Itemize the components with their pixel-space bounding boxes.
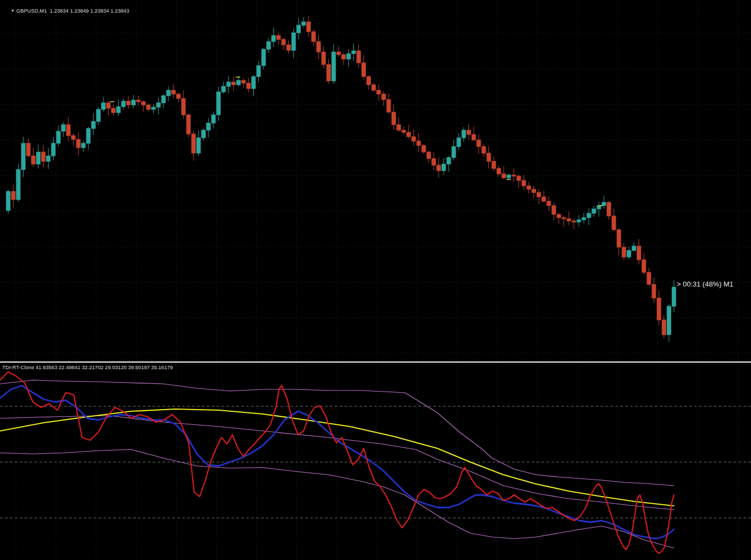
- price-chart-panel[interactable]: ▼GBPUSD,M1 1.23834 1.23849 1.23834 1.238…: [0, 0, 751, 361]
- tdi-indicator-canvas[interactable]: [0, 363, 751, 560]
- mt4-chart-window: ▼GBPUSD,M1 1.23834 1.23849 1.23834 1.238…: [0, 0, 751, 560]
- tdi-indicator-label: TDI-RT-Clone 41.93563 22.49841 32.21702 …: [2, 364, 173, 370]
- candle-countdown-label: > 00:31 (48%) M1: [677, 280, 733, 288]
- tdi-indicator-panel[interactable]: TDI-RT-Clone 41.93563 22.49841 32.21702 …: [0, 363, 751, 560]
- chart-ohlc-text: GBPUSD,M1 1.23834 1.23849 1.23834 1.2384…: [16, 8, 130, 14]
- chart-dropdown-arrow-icon[interactable]: ▼: [11, 9, 15, 13]
- chart-ohlc-label: ▼GBPUSD,M1 1.23834 1.23849 1.23834 1.238…: [2, 2, 129, 20]
- price-chart-canvas[interactable]: [0, 0, 751, 361]
